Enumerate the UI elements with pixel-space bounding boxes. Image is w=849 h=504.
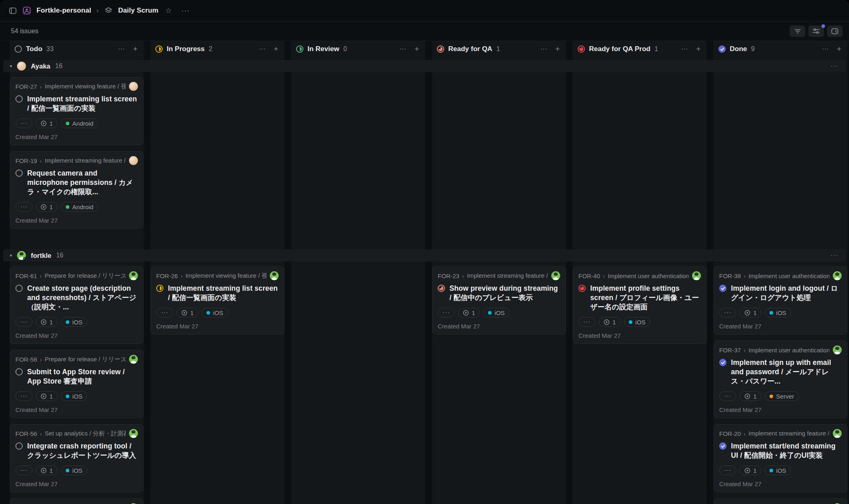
column-more-icon[interactable]: ··· <box>257 44 268 54</box>
topbar: Fortkle-personal › Daily Scrum ☆ ··· <box>0 0 849 21</box>
breadcrumb-workspace[interactable]: Fortkle-personal <box>37 6 91 15</box>
more-pill[interactable]: ··· <box>438 308 455 317</box>
status-icon[interactable] <box>15 169 23 177</box>
cycle-pill[interactable]: 1 <box>36 465 58 475</box>
column-more-icon[interactable]: ··· <box>116 44 127 54</box>
issue-card-for-20[interactable]: FOR-20 › Implement streaming feature / 配… <box>714 424 847 492</box>
display-options-button[interactable] <box>808 26 824 37</box>
more-pill[interactable]: ··· <box>578 317 595 327</box>
column-add-icon[interactable]: + <box>553 44 562 54</box>
filter-button[interactable] <box>790 26 805 37</box>
issue-title[interactable]: Show preview during streaming / 配信中のプレビュ… <box>449 284 560 302</box>
swimlane-more-icon[interactable]: ··· <box>830 251 838 260</box>
column-add-icon[interactable]: + <box>272 44 280 54</box>
issue-card-for-19[interactable]: FOR-19 › Implement streaming feature / 配… <box>10 151 144 229</box>
more-pill[interactable]: ··· <box>156 308 173 317</box>
issue-card-for-61[interactable]: FOR-61 › Prepare for release / リリース準備 Cr… <box>10 266 144 344</box>
column-add-icon[interactable]: + <box>131 44 140 54</box>
status-icon[interactable] <box>156 285 163 292</box>
cycle-count: 1 <box>49 467 53 474</box>
more-pill[interactable]: ··· <box>719 391 736 401</box>
side-panel-button[interactable] <box>827 26 843 37</box>
cycle-pill[interactable]: 1 <box>458 308 480 317</box>
collapse-caret-icon[interactable]: ▾ <box>10 63 12 69</box>
cycle-pill[interactable]: 1 <box>599 317 621 327</box>
issue-title[interactable]: Implement sign up with email and passwor… <box>731 358 842 386</box>
cycle-pill[interactable]: 1 <box>36 202 58 212</box>
column-more-icon[interactable]: ··· <box>679 44 690 54</box>
status-icon[interactable] <box>15 442 23 450</box>
issue-card-for-27[interactable]: FOR-27 › Implement viewing feature / 視聴.… <box>10 77 144 145</box>
label-pill[interactable]: iOS <box>483 308 509 317</box>
cycle-pill[interactable]: 1 <box>739 308 761 317</box>
status-icon[interactable] <box>719 442 726 450</box>
issue-title[interactable]: Implement start/end streaming UI / 配信開始・… <box>731 442 842 460</box>
label-pill[interactable]: iOS <box>624 317 650 327</box>
label-pill[interactable]: Android <box>61 202 98 212</box>
swimlane-more-icon[interactable]: ··· <box>830 62 838 70</box>
issue-card-for-23[interactable]: FOR-23 › Implement streaming feature / 配… <box>432 266 566 335</box>
status-icon[interactable] <box>15 285 23 292</box>
assignee-name: Ayaka <box>31 62 50 70</box>
cycle-pill[interactable]: 1 <box>36 317 58 327</box>
cycle-pill[interactable]: 1 <box>36 118 58 128</box>
cycle-pill[interactable]: 1 <box>36 391 58 401</box>
status-icon[interactable] <box>578 285 586 292</box>
issue-card-for-18[interactable]: FOR-18 › Implement streaming feature / 配… <box>714 498 847 504</box>
issue-title[interactable]: Implement login and logout / ログイン・ログアウト処… <box>731 284 842 302</box>
label-pill[interactable]: iOS <box>765 308 791 317</box>
issue-title[interactable]: Implement profile settings screen / プロフィ… <box>590 284 701 312</box>
issue-card-for-37[interactable]: FOR-37 › Implement user authentication /… <box>714 341 847 418</box>
status-icon[interactable] <box>719 359 726 366</box>
swimlane-header[interactable]: ▾ fortkle 16 ··· <box>3 249 846 262</box>
issue-card-for-26[interactable]: FOR-26 › Implement viewing feature / 視聴.… <box>150 266 284 335</box>
status-icon[interactable] <box>15 95 23 103</box>
issue-card-for-40[interactable]: FOR-40 › Implement user authentication /… <box>573 266 707 344</box>
status-icon[interactable] <box>15 368 23 375</box>
swimlane-fortkle: ▾ fortkle 16 ··· FOR-61 › Prepare for re… <box>0 249 849 504</box>
issue-card-for-56[interactable]: FOR-56 › Set up analytics / 分析・計測基盤... I… <box>10 424 144 492</box>
more-pill[interactable]: ··· <box>15 391 32 401</box>
breadcrumb-view[interactable]: Daily Scrum <box>118 6 158 15</box>
label-dot <box>769 469 773 472</box>
issue-card-for-53[interactable]: FOR-53 › Set up analytics / 分析・計測基盤... I… <box>10 498 144 504</box>
cycle-pill[interactable]: 1 <box>739 465 761 475</box>
issue-title[interactable]: Request camera and microphone permission… <box>27 169 138 197</box>
issue-title[interactable]: Integrate crash reporting tool / クラッシュレポ… <box>27 442 138 460</box>
swimlane-header[interactable]: ▾ Ayaka 16 ··· <box>3 60 846 72</box>
column-more-icon[interactable]: ··· <box>398 44 408 54</box>
column-add-icon[interactable]: + <box>413 44 421 54</box>
more-pill[interactable]: ··· <box>15 317 32 327</box>
label-pill[interactable]: iOS <box>202 308 228 317</box>
more-pill[interactable]: ··· <box>15 202 32 212</box>
status-icon[interactable] <box>438 285 445 292</box>
issue-title[interactable]: Submit to App Store review / App Store 審… <box>27 367 138 386</box>
view-more-icon[interactable]: ··· <box>181 6 190 15</box>
issue-card-for-58[interactable]: FOR-58 › Prepare for release / リリース準備 Su… <box>10 350 144 418</box>
column-more-icon[interactable]: ··· <box>820 44 831 54</box>
more-pill[interactable]: ··· <box>15 465 32 475</box>
column-add-icon[interactable]: + <box>835 44 843 54</box>
label-text: iOS <box>494 309 505 316</box>
cycle-pill[interactable]: 1 <box>176 308 198 317</box>
more-pill[interactable]: ··· <box>15 118 32 128</box>
label-pill[interactable]: iOS <box>765 465 791 475</box>
more-pill[interactable]: ··· <box>719 308 736 317</box>
collapse-caret-icon[interactable]: ▾ <box>10 253 12 258</box>
issue-title[interactable]: Create store page (description and scree… <box>27 284 138 312</box>
sidebar-toggle-icon[interactable] <box>8 6 17 15</box>
label-pill[interactable]: iOS <box>61 391 87 401</box>
column-more-icon[interactable]: ··· <box>538 44 549 54</box>
status-icon[interactable] <box>719 285 726 292</box>
more-pill[interactable]: ··· <box>719 465 736 475</box>
favorite-star-icon[interactable]: ☆ <box>166 6 172 15</box>
cycle-pill[interactable]: 1 <box>739 391 761 401</box>
label-pill[interactable]: iOS <box>61 465 87 475</box>
label-pill[interactable]: iOS <box>61 317 87 327</box>
label-pill[interactable]: Server <box>765 391 799 401</box>
issue-title[interactable]: Implement streaming list screen / 配信一覧画面… <box>168 284 279 302</box>
issue-title[interactable]: Implement streaming list screen / 配信一覧画面… <box>27 94 138 113</box>
label-pill[interactable]: Android <box>61 118 98 128</box>
column-add-icon[interactable]: + <box>694 44 703 54</box>
issue-card-for-38[interactable]: FOR-38 › Implement user authentication /… <box>714 266 847 335</box>
